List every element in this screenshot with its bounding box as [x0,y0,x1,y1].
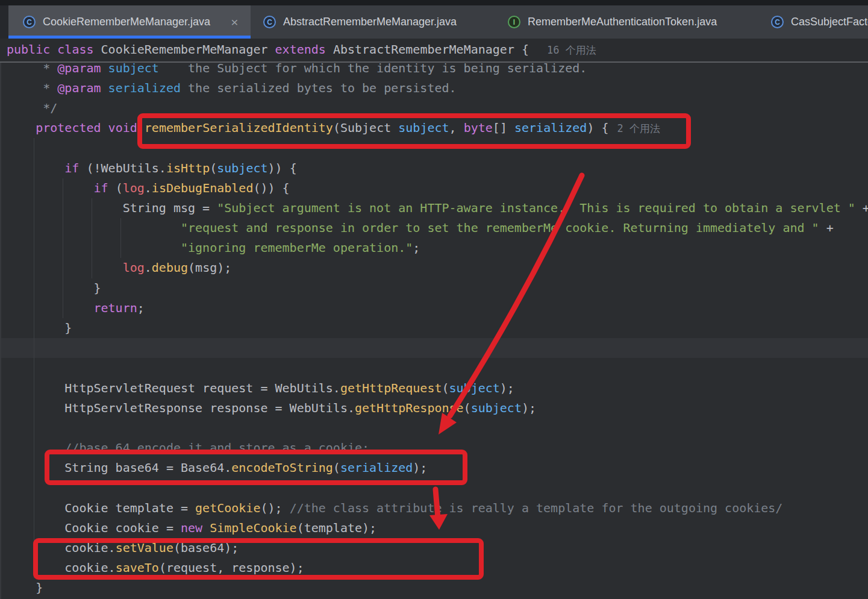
code-token: @param [57,81,108,95]
code-token: HttpServletResponse response = WebUtils. [7,401,355,415]
code-line[interactable] [0,138,868,158]
code-line[interactable]: Cookie template = getCookie(); //the cla… [0,498,868,518]
code-token: rememberSerializedIdentity [145,121,333,135]
code-token: ; [413,240,420,255]
code-token [7,240,181,255]
code-line[interactable]: "ignoring rememberMe operation."; [0,238,868,258]
code-editor[interactable]: * @param subject the Subject for which t… [0,60,868,599]
class-icon: C [23,16,36,28]
close-tab-icon[interactable]: × [231,16,238,28]
code-token: ( [464,401,471,415]
code-token: (!WebUtils. [79,161,166,175]
class-icon: C [771,16,784,28]
code-token: serialized [514,121,587,135]
code-line[interactable]: HttpServletResponse response = WebUtils.… [0,398,868,418]
code-token [7,260,123,275]
editor-tab-bar: CCookieRememberMeManager.java× CAbstract… [0,0,868,39]
code-token: String base64 = Base64. [7,460,231,475]
code-line[interactable] [0,478,868,498]
code-token: AbstractRememberMeManager [333,42,514,57]
code-token: void [108,121,137,135]
code-token: //the class attribute is really a templa… [290,501,783,515]
tab-abstract-remember-me-manager[interactable]: CAbstractRememberMeManager.java [252,5,490,39]
code-line[interactable]: "request and response in order to set th… [0,218,868,238]
tab-bar-left-gutter [0,5,8,39]
code-line[interactable]: } [0,578,868,598]
code-token: [] [493,121,514,135]
window-top-strip [0,0,868,5]
sticky-class-declaration[interactable]: public class CookieRememberMeManager ext… [0,39,868,63]
code-token [7,301,94,315]
code-line[interactable]: log.debug(msg); [0,258,868,278]
code-token: "ignoring rememberMe operation." [181,240,413,255]
tab-remember-me-authentication-token[interactable]: IRememberMeAuthenticationToken.java [494,5,753,39]
code-line[interactable] [0,418,868,438]
code-token: new [181,521,202,535]
code-token: String msg = [7,201,217,215]
code-token: cookie. [7,560,116,575]
code-token: (msg); [188,260,231,275]
code-line[interactable]: */ [0,98,868,118]
code-line[interactable]: String msg = "Subject argument is not an… [0,198,868,218]
code-line[interactable]: String base64 = Base64.encodeToString(se… [0,458,868,478]
code-token: cookie. [7,541,116,555]
code-token: Subject [340,121,391,135]
code-token: { [514,42,536,57]
usages-inlay-hint[interactable]: 2 个用法 [617,122,660,134]
code-token: (request, response); [159,560,304,575]
usages-inlay-hint[interactable]: 16 个用法 [547,44,596,56]
code-token: (template); [297,521,376,535]
code-token: } [7,281,101,295]
code-token: subject [449,381,500,395]
code-token [7,121,36,135]
class-icon: C [263,16,276,28]
code-token: if [94,181,108,195]
code-token: . [145,181,152,195]
code-token [94,42,101,57]
code-line[interactable] [0,338,868,358]
code-line[interactable]: if (!WebUtils.isHttp(subject)) { [0,158,868,178]
code-line[interactable]: cookie.setValue(base64); [0,538,868,558]
code-token: ( [108,181,123,195]
code-token: if [64,161,79,175]
code-line[interactable]: protected void rememberSerializedIdentit… [0,118,868,138]
code-line[interactable]: } [0,278,868,298]
code-token: ( [210,161,217,175]
code-token: byte [464,121,493,135]
code-token: */ [7,101,57,115]
code-token: "Subject argument is not an HTTP-aware i… [217,201,855,215]
code-token: ( [333,460,340,475]
code-line[interactable] [0,358,868,378]
code-lines: * @param subject the Subject for which t… [0,58,868,598]
code-token: encodeToString [231,460,333,475]
code-token: , [449,121,464,135]
code-token: log [123,181,145,195]
code-token: getHttpResponse [355,401,464,415]
code-token: * [7,61,57,75]
code-token [326,42,333,57]
code-token [391,121,398,135]
code-line[interactable]: HttpServletRequest request = WebUtils.ge… [0,378,868,398]
code-token: ); [413,460,427,475]
code-token: serialized [108,81,181,95]
code-line[interactable]: if (log.isDebugEnabled()) { [0,178,868,198]
code-token: (base64); [173,541,239,555]
code-line[interactable]: cookie.saveTo(request, response); [0,558,868,578]
code-line[interactable]: Cookie cookie = new SimpleCookie(templat… [0,518,868,538]
code-token: isDebugEnabled [152,181,254,195]
code-token: setValue [116,541,173,555]
code-token: HttpServletRequest request = WebUtils. [7,381,340,395]
code-token: SimpleCookie [210,521,297,535]
code-line[interactable]: * @param serialized the serialized bytes… [0,78,868,98]
code-line[interactable]: return; [0,298,868,318]
code-token: public [7,42,50,57]
sticky-tokens: public class CookieRememberMeManager ext… [7,42,536,57]
code-token: getHttpRequest [340,381,442,395]
code-token [7,161,64,175]
code-token [202,521,210,535]
code-line[interactable]: } [0,318,868,338]
tab-cookie-remember-me-manager[interactable]: CCookieRememberMeManager.java× [8,5,251,39]
code-line[interactable]: //base 64 encode it and store as a cooki… [0,438,868,458]
code-token: "request and response in order to set th… [181,221,819,235]
tab-cas-subject-factory[interactable]: CCasSubjectFacto [755,5,868,39]
